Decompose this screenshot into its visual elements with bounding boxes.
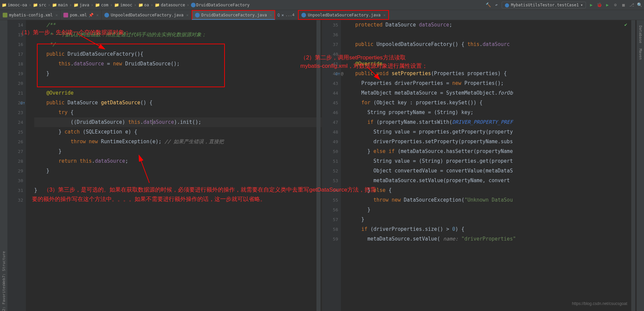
code-line[interactable]: @Override (349, 59, 637, 69)
line-number[interactable]: 41 (323, 59, 338, 69)
line-number[interactable]: 30 (7, 176, 23, 186)
breadcrumb-class[interactable]: DruidDataSourceFactory (196, 3, 250, 7)
line-number[interactable]: 29 (7, 166, 23, 176)
code-line[interactable]: /** (34, 20, 322, 30)
debug-icon[interactable]: 🐞 (597, 2, 602, 8)
line-number[interactable]: 15 (7, 30, 23, 40)
line-number[interactable]: 43 (323, 79, 338, 88)
line-number[interactable]: 28 (7, 156, 23, 166)
line-number[interactable]: 42o↑@ (323, 69, 338, 79)
code-line[interactable]: Object convertedValue = convertValue(met… (349, 166, 637, 176)
code-line[interactable]: if (driverProperties.size() > 0) { (349, 224, 637, 234)
inspection-ok-icon[interactable]: ✔ (625, 22, 627, 27)
profile-icon[interactable]: ⊙ (613, 2, 618, 8)
breadcrumb-item[interactable]: 📁 src (33, 3, 46, 7)
line-number[interactable]: 50 (323, 147, 338, 156)
code-line[interactable]: driverProperties.setProperty(propertyNam… (349, 137, 637, 147)
code-line[interactable]: String value = (String) properties.get(p… (349, 156, 637, 166)
breadcrumb-item[interactable]: 📁 com (95, 3, 108, 7)
editor-tab[interactable]: UnpooledDataSourceFactory.java✕ (298, 10, 389, 20)
gutter[interactable]: 353637404142o↑@4344454647484950515253545… (323, 20, 341, 311)
editor-tab[interactable]: mybatis-config.xml✕ (0, 10, 61, 20)
code-line[interactable]: public DataSource getDataSource() { (34, 98, 322, 108)
line-number[interactable]: 27 (7, 147, 23, 156)
code-line[interactable]: return this.dataSource; (34, 156, 322, 166)
line-number[interactable]: 56 (323, 205, 338, 215)
line-number[interactable]: 49 (323, 137, 338, 147)
coverage-icon[interactable]: ▶ (605, 2, 610, 8)
code-line[interactable]: this.dataSource = new DruidDataSource(); (34, 59, 322, 69)
line-number[interactable]: 46 (323, 108, 338, 117)
line-number[interactable]: 51 (323, 156, 338, 166)
marker-bar[interactable] (316, 20, 320, 311)
code-line[interactable]: @Override (34, 88, 322, 98)
web-tool[interactable]: Web (2, 278, 6, 284)
database-tool[interactable]: Database (638, 23, 643, 46)
breadcrumb-root[interactable]: 📁 imooc-oa (2, 3, 27, 7)
line-number[interactable]: 54 (323, 186, 338, 195)
line-number[interactable]: 53 (323, 176, 338, 186)
code-line[interactable]: for (Object key : properties.keySet()) { (349, 98, 637, 108)
line-number[interactable]: 47 (323, 117, 338, 127)
code-line[interactable]: public UnpooledDataSourceFactory() { thi… (349, 40, 637, 49)
line-number[interactable]: 21 (7, 88, 23, 98)
code-line[interactable]: */ (34, 40, 322, 49)
breadcrumb-item[interactable]: 📁 imooc (114, 3, 132, 7)
breadcrumb-item[interactable]: 📁 oa (138, 3, 149, 7)
line-number[interactable]: 59 (323, 234, 338, 244)
gutter[interactable]: 141516171819202122o↑23242526272829303132 (7, 20, 26, 311)
code-line[interactable]: } (34, 69, 322, 79)
line-number[interactable]: 17 (7, 49, 23, 59)
structure-tool[interactable]: 7: Structure (2, 251, 6, 277)
close-icon[interactable]: ✕ (55, 13, 58, 17)
line-number[interactable]: 58 (323, 224, 338, 234)
line-number[interactable]: 22o↑ (7, 98, 23, 108)
tab-overflow[interactable]: ...4 (286, 13, 295, 17)
code-area[interactable]: /** * 一个默认的构造函数：用意是通过代码手动的去实例化数据源对象； */ … (26, 20, 322, 311)
line-number[interactable]: 16 (7, 40, 23, 49)
code-line[interactable]: public DruidDataSourceFactory(){ (34, 49, 322, 59)
breadcrumb-item[interactable]: 📁 java (73, 3, 89, 7)
build-icon[interactable]: 🔨 (486, 2, 491, 8)
run-configuration[interactable]: ⬤ MybatisUtilsTestor.testCase1 ▾ (502, 2, 586, 8)
close-icon[interactable]: ✕ (96, 13, 99, 17)
line-number[interactable]: 55 (323, 195, 338, 205)
editor-tab[interactable]: UnpooledDataSourceFactory.java✕ (102, 10, 192, 20)
tab-search-icon[interactable]: Q (277, 13, 280, 17)
code-line[interactable]: if (propertyName.startsWith(DRIVER_PROPE… (349, 117, 637, 127)
line-number[interactable]: 32 (7, 195, 23, 205)
code-line[interactable]: metaDataSource.setValue( name: "driverPr… (349, 234, 637, 244)
code-line[interactable] (349, 30, 637, 40)
stop-icon[interactable]: ■ (621, 2, 626, 8)
editor-tab[interactable]: pom.xml📌✕ (61, 10, 102, 20)
line-number[interactable]: 52 (323, 166, 338, 176)
code-line[interactable]: String value = properties.getProperty(pr… (349, 127, 637, 137)
editor-tab[interactable]: DruidDataSourceFactory.java✕ (192, 10, 275, 20)
line-number[interactable]: 26 (7, 137, 23, 147)
code-line[interactable]: String propertyName = (String) key; (349, 108, 637, 117)
code-line[interactable]: } (349, 215, 637, 224)
code-line[interactable]: ((DruidDataSource) this.dataSource).init… (34, 117, 322, 127)
close-all-icon[interactable]: ✕ (282, 13, 284, 17)
line-number[interactable]: 24 (7, 117, 23, 127)
pin-icon[interactable]: 📌 (89, 13, 94, 17)
breadcrumb-item[interactable]: 📁 main (52, 3, 68, 7)
maven-tool[interactable]: Maven (638, 46, 643, 62)
git-icon[interactable]: ⎇ (629, 2, 634, 8)
line-number[interactable]: 20 (7, 79, 23, 88)
run-icon[interactable]: ▶ (589, 2, 594, 8)
line-number[interactable]: 37 (323, 40, 338, 49)
code-line[interactable] (349, 49, 637, 59)
breadcrumb[interactable]: 📁 imooc-oa› 📁 src› 📁 main› 📁 java› 📁 com… (2, 3, 250, 7)
prev-icon[interactable]: ↶ (494, 2, 499, 8)
line-number[interactable]: 31 (7, 186, 23, 195)
marker-bar[interactable] (631, 20, 635, 311)
line-number[interactable]: 14 (7, 20, 23, 30)
line-number[interactable]: 35 (323, 20, 338, 30)
code-line[interactable]: protected DataSource dataSource; (349, 20, 637, 30)
code-line[interactable]: Properties driverProperties = new Proper… (349, 79, 637, 88)
code-line[interactable]: } else if (metaDataSource.hasSetter(prop… (349, 147, 637, 156)
code-line[interactable]: } (34, 166, 322, 176)
code-line[interactable]: try { (34, 108, 322, 117)
code-area[interactable]: protected DataSource dataSource; public … (341, 20, 637, 311)
